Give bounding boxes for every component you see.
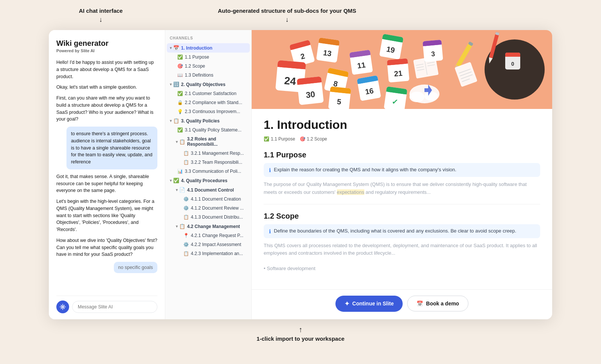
sidebar-item-quality-procedures[interactable]: ▾ ✅ 4. Quality Procedures: [167, 176, 250, 185]
compliance-label: 2.2 Compliance with Stand...: [185, 100, 242, 105]
qobj-label: 2. Quality Objectives: [181, 82, 225, 87]
continuous-icon: 💡: [177, 109, 183, 114]
chevron-qobj: ▾: [170, 82, 172, 86]
definitions-label: 1.3 Definitions: [185, 72, 213, 78]
tag-scope-label: 1.2 Scope: [307, 136, 327, 142]
compliance-icon: 🔒: [177, 100, 183, 105]
definitions-icon: 📖: [177, 72, 183, 78]
svg-text:19: 19: [386, 45, 396, 54]
sidebar-item-doc-review[interactable]: ⚙️ 4.1.2 Document Review ...: [167, 204, 250, 213]
changereq-label: 4.2.1 Change Request P...: [191, 233, 243, 238]
docdistrib-label: 4.1.3 Document Distribu...: [191, 214, 243, 220]
sidebar-item-continuous[interactable]: 💡 2.3 Continuous Improvem...: [167, 107, 250, 116]
info-box-scope: ℹ Define the boundaries of the QMS, incl…: [264, 224, 540, 238]
intro-icon: 📅: [173, 45, 179, 51]
scope-icon: 🎯: [177, 63, 183, 69]
sidebar-item-doc-create[interactable]: ⚙️ 4.1.1 Document Creation: [167, 195, 250, 204]
doc-title: 1. Introduction: [264, 118, 540, 132]
svg-text:16: 16: [364, 86, 374, 96]
teamresp-label: 3.2.2 Team Responsibili...: [191, 160, 242, 165]
msg-bot-4: Got it, that makes sense. A single, shar…: [56, 173, 157, 194]
sidebar-item-definitions[interactable]: 📖 1.3 Definitions: [167, 71, 250, 80]
msg-user-1: to ensure there's a stringent process. a…: [66, 127, 157, 169]
section-title-scope: 1.2 Scope: [264, 212, 540, 221]
svg-point-72: [424, 92, 438, 101]
docreview-label: 4.1.2 Document Review ...: [191, 205, 244, 211]
section-divider: [264, 204, 540, 204]
content-body: 1. Introduction ✅ 1.1 Purpose 🎯 1.2 Scop…: [252, 109, 552, 289]
chevron-roles: ▾: [176, 140, 178, 144]
sidebar-item-change-mgmt[interactable]: ▾ 📋 4.2 Change Management: [167, 222, 250, 231]
sidebar-item-change-req[interactable]: 📍 4.2.1 Change Request P...: [167, 231, 250, 240]
sidebar-item-policy-stmt[interactable]: ✅ 3.1 Quality Policy Stateme...: [167, 125, 250, 134]
chat-powered: Powered by Slite AI: [56, 48, 157, 53]
sidebar-item-doc-distrib[interactable]: 📋 4.1.3 Document Distribu...: [167, 213, 250, 222]
info-text-purpose: Explain the reason for creating the QMS …: [274, 167, 456, 172]
content-hero: 2 13 11: [252, 30, 552, 109]
annotation-left-text: AI chat interface: [79, 8, 123, 14]
commpol-icon: 📊: [177, 169, 183, 174]
svg-text:30: 30: [305, 89, 316, 100]
impl-icon: 📋: [183, 251, 189, 256]
info-icon-purpose: ℹ: [269, 167, 271, 173]
bottom-annotation-text: 1-click import to your workspace: [257, 335, 344, 342]
docdistrib-icon: 📋: [183, 214, 189, 220]
section-title-purpose: 1.1 Purpose: [264, 151, 540, 159]
sidebar-item-doc-ctrl[interactable]: ▾ 📄 4.1 Document Control: [167, 185, 250, 195]
sidebar-item-impact[interactable]: ⚙️ 4.2.2 Impact Assessment: [167, 240, 250, 249]
sidebar-item-roles[interactable]: ▾ 📋 3.2 Roles and Responsibili...: [167, 134, 250, 149]
sidebar-item-compliance[interactable]: 🔒 2.2 Compliance with Stand...: [167, 98, 250, 107]
sidebar-item-cust-sat[interactable]: ✅ 2.1 Customer Satisfaction: [167, 89, 250, 98]
changemgmt-label: 4.2 Change Management: [187, 224, 240, 229]
chat-input[interactable]: [72, 301, 157, 313]
content-panel: 2 13 11: [252, 30, 552, 319]
annotation-center: Auto-generated structure of sub-docs for…: [218, 8, 356, 24]
policystmt-label: 3.1 Quality Policy Stateme...: [185, 127, 242, 133]
book-demo-button[interactable]: 📅 Book a demo: [407, 296, 468, 311]
sidebar-item-impl[interactable]: 📋 4.2.3 Implementation an...: [167, 249, 250, 258]
doccreate-icon: ⚙️: [183, 196, 189, 202]
mgmtresp-icon: 📋: [183, 151, 189, 156]
channel-panel: CHANNELS ▾ 📅 1. Introduction ✅ 1.1 Purpo…: [165, 30, 252, 319]
sidebar-item-quality-objectives[interactable]: ▾ 🔢 2. Quality Objectives: [167, 80, 250, 89]
qpol-label: 3. Quality Policies: [181, 118, 220, 124]
body-text-scope: This QMS covers all processes related to…: [264, 242, 540, 258]
chat-icon-button[interactable]: [56, 301, 69, 313]
chevron-changemgmt: ▾: [176, 224, 178, 228]
bottom-bar: ✦ Continue in Slite 📅 Book a demo: [252, 289, 552, 319]
msg-bot-1: Hello! I'd be happy to assist you with s…: [56, 59, 157, 80]
sidebar-item-introduction[interactable]: ▾ 📅 1. Introduction: [167, 43, 250, 53]
chat-messages: Hello! I'd be happy to assist you with s…: [56, 59, 157, 291]
sidebar-item-scope[interactable]: 🎯 1.2 Scope: [167, 62, 250, 71]
chat-input-row: [56, 296, 157, 313]
main-container: Wiki generator Powered by Slite AI Hello…: [49, 30, 552, 319]
continuous-label: 2.3 Continuous Improvem...: [185, 109, 240, 114]
info-icon-scope: ℹ: [269, 228, 271, 234]
msg-user-partial: no specific goals: [114, 262, 157, 273]
sidebar-item-team-resp[interactable]: 📋 3.2.2 Team Responsibili...: [167, 158, 250, 167]
mgmtresp-label: 3.2.1 Management Resp...: [191, 151, 244, 156]
msg-bot-6: How about we dive into 'Quality Objectiv…: [56, 237, 157, 258]
sidebar-item-quality-policies[interactable]: ▾ 📋 3. Quality Policies: [167, 116, 250, 125]
tag-scope: 🎯 1.2 Scope: [300, 136, 327, 142]
qobj-icon: 🔢: [173, 82, 179, 87]
tag-purpose-icon: ✅: [264, 136, 269, 142]
svg-text:✓: ✓: [391, 97, 399, 106]
slite-icon: ✦: [344, 300, 349, 307]
sidebar-item-mgmt-resp[interactable]: 📋 3.2.1 Management Resp...: [167, 149, 250, 158]
svg-text:11: 11: [356, 60, 366, 70]
doccreate-label: 4.1.1 Document Creation: [191, 196, 241, 202]
chat-title: Wiki generator: [56, 39, 157, 48]
docreview-icon: ⚙️: [183, 205, 189, 211]
info-box-purpose: ℹ Explain the reason for creating the QM…: [264, 163, 540, 177]
qproc-icon: ✅: [173, 178, 179, 183]
continue-in-slite-button[interactable]: ✦ Continue in Slite: [335, 296, 403, 312]
book-demo-label: Book a demo: [426, 301, 459, 307]
svg-point-71: [409, 92, 424, 102]
custsat-label: 2.1 Customer Satisfaction: [185, 91, 236, 96]
svg-text:13: 13: [323, 48, 332, 58]
sidebar-item-comm-pol[interactable]: 📊 3.3 Communication of Poli...: [167, 167, 250, 176]
sidebar-item-purpose[interactable]: ✅ 1.1 Purpose: [167, 53, 250, 62]
chevron-intro: ▾: [170, 46, 172, 50]
svg-text:21: 21: [394, 69, 403, 78]
